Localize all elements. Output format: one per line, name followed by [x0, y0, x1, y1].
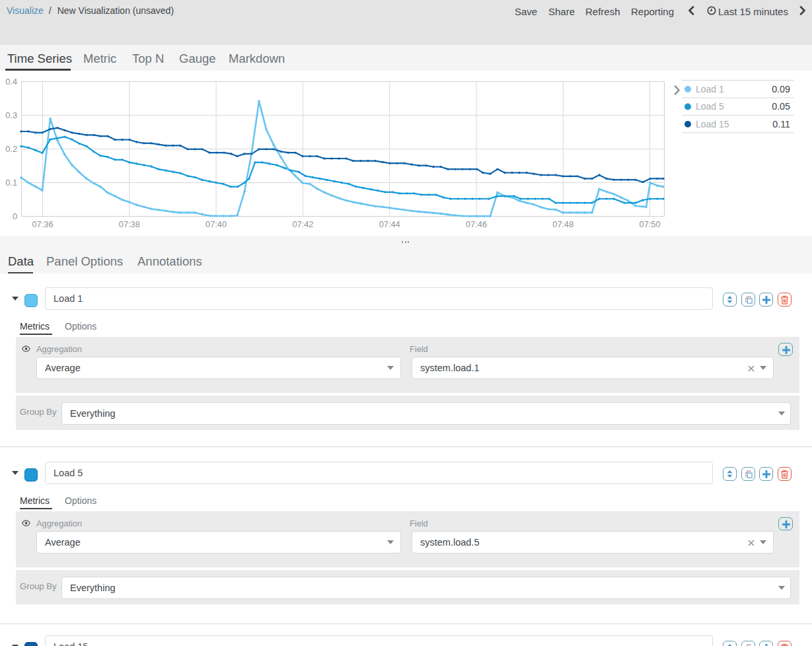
- svg-text:0.09: 0.09: [772, 84, 790, 94]
- svg-text:0: 0: [13, 211, 17, 221]
- svg-text:0.4: 0.4: [5, 77, 17, 87]
- svg-text:07:40: 07:40: [205, 219, 227, 229]
- svg-text:Load 5: Load 5: [696, 101, 724, 112]
- svg-text:0.11: 0.11: [772, 119, 790, 129]
- svg-text:07:42: 07:42: [292, 219, 313, 229]
- svg-text:07:38: 07:38: [119, 219, 140, 229]
- svg-text:0.05: 0.05: [772, 101, 790, 112]
- svg-text:07:48: 07:48: [552, 219, 573, 229]
- svg-text:07:36: 07:36: [32, 219, 53, 229]
- svg-text:07:44: 07:44: [379, 219, 400, 229]
- svg-text:0.3: 0.3: [5, 110, 17, 120]
- svg-text:0.2: 0.2: [5, 144, 17, 154]
- svg-text:07:50: 07:50: [640, 219, 661, 229]
- svg-text:0.1: 0.1: [5, 178, 17, 188]
- svg-text:Load 1: Load 1: [696, 84, 724, 94]
- svg-text:Load 15: Load 15: [696, 119, 729, 129]
- svg-text:07:46: 07:46: [466, 219, 487, 229]
